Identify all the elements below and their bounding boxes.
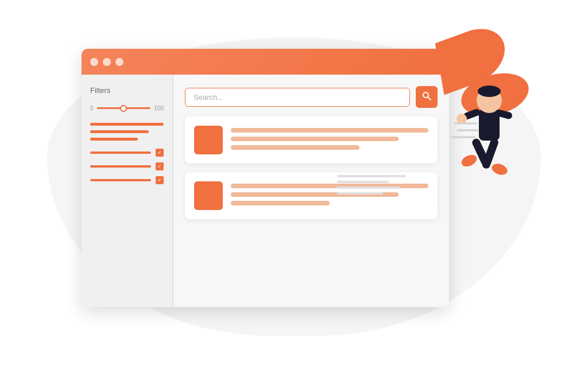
result-card-1[interactable]	[185, 116, 438, 164]
search-icon	[421, 91, 432, 103]
main-content: Search...	[173, 75, 449, 307]
runner-figure	[438, 49, 541, 223]
search-button[interactable]	[416, 86, 438, 108]
search-input-wrapper[interactable]: Search...	[185, 88, 410, 107]
checkbox-item-1[interactable]: ✓	[90, 149, 164, 157]
check-icon: ✓	[157, 178, 162, 183]
motion-line	[337, 175, 406, 177]
checkbox-line	[90, 179, 151, 181]
checkbox-2: ✓	[156, 162, 164, 170]
card-thumbnail-1	[194, 126, 223, 154]
motion-lines	[337, 175, 406, 198]
check-icon: ✓	[157, 150, 162, 156]
window-dot-red	[90, 58, 98, 66]
scene: Filters 0 100	[36, 14, 552, 359]
filters-title: Filters	[90, 86, 164, 95]
filters-sidebar: Filters 0 100	[82, 75, 173, 307]
checkbox-3: ✓	[156, 176, 164, 184]
range-track	[97, 107, 151, 109]
motion-line	[337, 181, 389, 183]
card-line	[231, 201, 330, 205]
window-dot-green	[115, 58, 123, 66]
svg-point-7	[457, 114, 467, 124]
search-placeholder: Search...	[194, 93, 223, 102]
checkbox-item-3[interactable]: ✓	[90, 176, 164, 184]
svg-point-10	[460, 153, 479, 169]
range-max-label: 100	[154, 105, 164, 111]
filter-bar-1	[90, 123, 164, 126]
card-line	[231, 137, 399, 141]
svg-point-5	[478, 86, 501, 97]
range-slider-container[interactable]: 0 100	[90, 105, 164, 111]
card-thumbnail-2	[194, 181, 223, 210]
checkbox-line	[90, 151, 151, 154]
check-icon: ✓	[157, 164, 162, 169]
search-bar: Search...	[185, 86, 438, 108]
card-line	[231, 145, 359, 150]
range-thumb	[120, 105, 127, 112]
checkbox-1: ✓	[156, 149, 164, 157]
filter-bar-3	[90, 138, 138, 141]
range-min-label: 0	[90, 105, 94, 111]
svg-line-1	[428, 97, 431, 100]
svg-point-12	[490, 162, 509, 177]
motion-line	[337, 192, 383, 195]
checkbox-group: ✓ ✓ ✓	[90, 149, 164, 184]
checkbox-item-2[interactable]: ✓	[90, 162, 164, 170]
card-content-1	[231, 126, 428, 150]
filter-bar-2	[90, 130, 149, 133]
motion-line	[337, 187, 400, 189]
title-bar	[82, 49, 449, 75]
window-dot-yellow	[103, 58, 111, 66]
card-line	[231, 128, 428, 133]
checkbox-line	[90, 165, 151, 168]
